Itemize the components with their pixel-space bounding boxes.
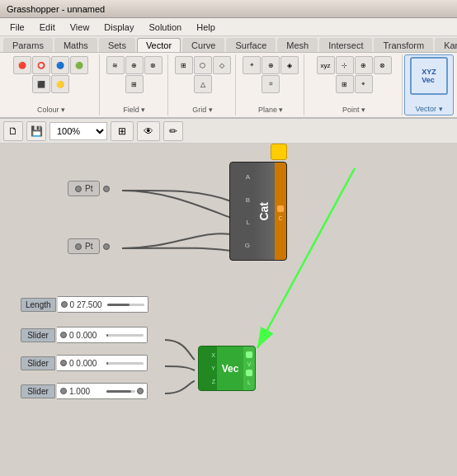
- colour-icon-5[interactable]: ⬛: [32, 75, 50, 93]
- colour-icon-2[interactable]: ⭕: [32, 56, 50, 74]
- cat-title: Cat: [257, 202, 271, 221]
- tab-curve[interactable]: Curve: [182, 38, 224, 52]
- vec-port-y: Y: [200, 365, 215, 371]
- grid-icon-2[interactable]: ⬡: [194, 56, 212, 74]
- pt2-out-port: [103, 243, 110, 250]
- menubar: File Edit View Display Solution Help: [0, 18, 457, 36]
- ribbon-group-field: ≋ ⊕ ⊗ ⊞ Field ▾: [101, 54, 168, 115]
- pt2-node[interactable]: Pt: [68, 238, 110, 254]
- vector-icon-large[interactable]: XYZVec: [410, 57, 448, 95]
- slider1-node[interactable]: Slider 0 0.000: [21, 327, 148, 343]
- grid-icon-1[interactable]: ⊞: [175, 56, 193, 74]
- plane-icon-2[interactable]: ⊕: [261, 56, 280, 74]
- toolbar: 🗋 💾 100% 75% 50% 150% ⊞ 👁 ✏: [0, 119, 457, 144]
- tab-maths[interactable]: Maths: [54, 38, 97, 52]
- pt1-node[interactable]: Pt: [68, 181, 110, 196]
- plane-icon-4[interactable]: ⌗: [261, 75, 280, 93]
- length-fill: [107, 304, 130, 306]
- tab-transform[interactable]: Transform: [374, 38, 433, 52]
- field-icon-3[interactable]: ⊗: [144, 56, 163, 74]
- tab-intersect[interactable]: Intersect: [319, 38, 372, 52]
- vec-node[interactable]: X Y Z Vec V L: [198, 346, 256, 391]
- vec-middle: Vec: [217, 346, 243, 390]
- ribbon-panel: 🔴 ⭕ 🔵 🟢 ⬛ 🟡 Colour ▾ ≋ ⊕ ⊗ ⊞ Field ▾ ⊞ ⬡…: [0, 53, 457, 119]
- plane-icon-1[interactable]: ⌖: [243, 56, 261, 74]
- vec-out-v: [246, 351, 252, 358]
- preview-button[interactable]: 👁: [137, 121, 160, 141]
- menu-display[interactable]: Display: [97, 21, 140, 34]
- cat-right: C: [275, 163, 286, 260]
- slider1-port-left: [60, 332, 67, 338]
- menu-view[interactable]: View: [64, 21, 97, 34]
- tab-surface[interactable]: Surface: [226, 38, 276, 52]
- field-icon-1[interactable]: ≋: [106, 56, 125, 74]
- fit-button[interactable]: ⊞: [111, 121, 134, 141]
- vec-left: X Y Z: [199, 346, 217, 390]
- plane-icons: ⌖ ⊕ ◈ ⌗: [241, 56, 300, 93]
- draw-button[interactable]: ✏: [163, 121, 183, 141]
- point-icon-4[interactable]: ⊗: [374, 56, 392, 74]
- point-group-label: Point ▾: [342, 104, 365, 114]
- plane-icon-3[interactable]: ◈: [280, 56, 299, 74]
- tab-kangaroo[interactable]: Kangaroo: [435, 38, 457, 52]
- point-icon-1[interactable]: xyz: [317, 56, 335, 74]
- grid-group-label: Grid ▾: [192, 104, 213, 114]
- point-icons: xyz ⊹ ⊕ ⊗ ⊞ ⌖: [309, 56, 398, 93]
- vec-out-l: [246, 370, 252, 376]
- slider2-label: Slider: [21, 356, 55, 370]
- point-icon-2[interactable]: ⊹: [336, 56, 354, 74]
- cat-port-l: L: [232, 219, 252, 226]
- slider2-area[interactable]: 0 0.000: [57, 355, 148, 371]
- slider3-area[interactable]: 1.000: [57, 383, 148, 399]
- slider3-track: [106, 390, 135, 393]
- vec-right: V L: [243, 346, 255, 390]
- vec-title: Vec: [222, 363, 239, 375]
- point-icon-6[interactable]: ⌖: [355, 75, 373, 93]
- cat-top-output: [271, 144, 287, 160]
- colour-icon-4[interactable]: 🟢: [70, 56, 88, 74]
- slider2-node[interactable]: Slider 0 0.000: [21, 355, 148, 371]
- zoom-select[interactable]: 100% 75% 50% 150%: [49, 122, 107, 140]
- menu-edit[interactable]: Edit: [33, 21, 62, 34]
- menu-help[interactable]: Help: [190, 21, 222, 34]
- slider1-label: Slider: [21, 328, 55, 342]
- vec-port-z: Z: [200, 379, 215, 384]
- tab-params[interactable]: Params: [3, 38, 53, 52]
- vec-port-x: X: [200, 352, 215, 358]
- point-icon-3[interactable]: ⊕: [355, 56, 373, 74]
- slider2-port-left: [60, 360, 67, 366]
- colour-icon-1[interactable]: 🔴: [13, 56, 31, 74]
- grid-icon-3[interactable]: ◇: [213, 56, 231, 74]
- slider1-area[interactable]: 0 0.000: [57, 327, 148, 343]
- field-icons: ≋ ⊕ ⊗ ⊞: [105, 56, 164, 93]
- length-slider[interactable]: 0 27.500: [58, 296, 148, 313]
- grid-icon-4[interactable]: △: [194, 75, 212, 93]
- colour-group-label: Colour ▾: [37, 104, 65, 114]
- tab-vector[interactable]: Vector: [137, 38, 181, 52]
- field-icon-4[interactable]: ⊞: [125, 75, 144, 93]
- cat-port-b: B: [232, 196, 252, 204]
- pt1-out-port: [103, 186, 110, 192]
- plane-group-label: Plane ▾: [258, 104, 284, 114]
- length-node[interactable]: Length 0 27.500: [21, 296, 148, 313]
- tab-sets[interactable]: Sets: [99, 38, 135, 52]
- slider3-label: Slider: [21, 384, 55, 398]
- colour-icon-3[interactable]: 🔵: [51, 56, 69, 74]
- cat-node[interactable]: A B L G Cat C: [229, 162, 287, 261]
- colour-icon-6[interactable]: 🟡: [51, 75, 69, 93]
- point-icon-5[interactable]: ⊞: [336, 75, 354, 93]
- cat-box: A B L G Cat C: [229, 162, 287, 261]
- cat-port-a: A: [232, 173, 252, 181]
- menu-solution[interactable]: Solution: [142, 21, 188, 34]
- titlebar: Grasshopper - unnamed: [0, 0, 457, 18]
- menu-file[interactable]: File: [3, 21, 31, 34]
- slider3-node[interactable]: Slider 1.000: [21, 383, 148, 399]
- save-button[interactable]: 💾: [26, 121, 46, 141]
- tab-mesh[interactable]: Mesh: [277, 38, 318, 52]
- new-button[interactable]: 🗋: [3, 121, 23, 141]
- ribbon-group-plane: ⌖ ⊕ ◈ ⌗ Plane ▾: [238, 54, 304, 115]
- slider3-port-left: [60, 388, 67, 394]
- grid-icons: ⊞ ⬡ ◇ △: [173, 56, 233, 93]
- pt1-box: Pt: [68, 181, 100, 196]
- field-icon-2[interactable]: ⊕: [125, 56, 144, 74]
